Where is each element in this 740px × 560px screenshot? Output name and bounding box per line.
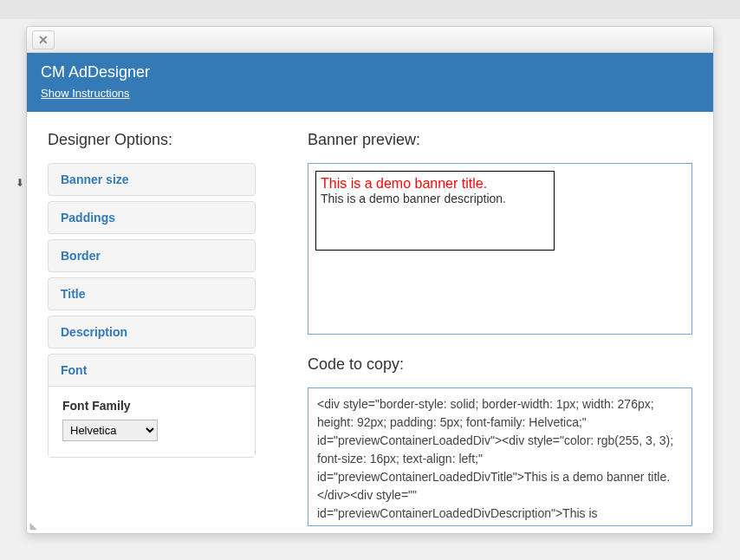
font-panel: Font Family Helvetica [49,386,255,457]
banner-title: This is a demo banner title. [321,176,549,192]
app-header: CM AdDesigner Show Instructions [27,53,713,112]
accordion-description[interactable]: Description [49,316,255,348]
accordion-paddings[interactable]: Paddings [49,202,255,233]
modal-titlebar: ✕ [27,27,713,53]
banner-preview-pane[interactable]: This is a demo banner title. This is a d… [308,163,692,335]
modal-dialog: ✕ CM AdDesigner Show Instructions Design… [26,26,714,534]
font-family-label: Font Family [62,399,241,413]
banner-description: This is a demo banner description. [321,192,549,205]
options-accordion: Banner size Paddings Border Title Descri… [48,163,256,458]
banner-preview-box: This is a demo banner title. This is a d… [315,171,555,251]
code-to-copy-heading: Code to copy: [308,355,692,374]
accordion-title[interactable]: Title [49,278,255,309]
modal-body[interactable]: CM AdDesigner Show Instructions Designer… [27,53,713,533]
font-family-select[interactable]: Helvetica [62,420,158,441]
code-output[interactable]: <div style="border-style: solid; border-… [308,387,692,526]
accordion-border[interactable]: Border [49,240,255,271]
banner-preview-heading: Banner preview: [308,131,692,149]
app-title: CM AdDesigner [41,63,699,81]
close-button[interactable]: ✕ [32,30,55,49]
designer-options-heading: Designer Options: [48,131,256,149]
show-instructions-link[interactable]: Show Instructions [41,87,699,100]
download-icon: ⬇ [16,177,24,189]
close-icon: ✕ [38,33,49,47]
accordion-banner-size[interactable]: Banner size [49,164,255,195]
resize-handle-icon[interactable]: ◢ [30,520,37,531]
accordion-font[interactable]: Font [49,355,255,386]
